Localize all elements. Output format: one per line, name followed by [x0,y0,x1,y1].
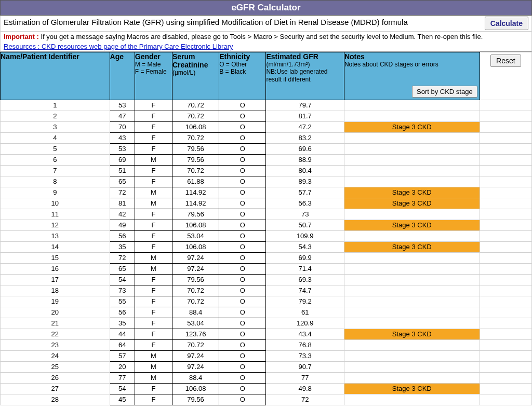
cell-creatinine[interactable]: 97.24 [172,264,219,275]
cell-creatinine[interactable]: 70.72 [172,340,219,351]
cell-id[interactable]: 6 [1,155,110,166]
cell-age[interactable]: 65 [110,176,135,187]
cell-ethnicity[interactable]: O [219,373,266,384]
cell-age[interactable]: 57 [110,351,135,362]
cell-id[interactable]: 16 [1,264,110,275]
cell-gender[interactable]: F [135,275,172,285]
cell-creatinine[interactable]: 79.56 [172,155,219,166]
cell-creatinine[interactable]: 114.92 [172,198,219,209]
cell-gender[interactable]: F [135,329,172,340]
cell-gender[interactable]: F [135,394,172,405]
cell-ethnicity[interactable]: O [219,231,266,242]
cell-id[interactable]: 27 [1,384,110,394]
cell-id[interactable]: 3 [1,122,110,133]
cell-creatinine[interactable]: 79.56 [172,394,219,405]
cell-gfr[interactable]: 54.3 [266,242,344,253]
cell-creatinine[interactable]: 53.04 [172,318,219,329]
cell-id[interactable]: 8 [1,176,110,187]
cell-gender[interactable]: F [135,122,172,133]
cell-age[interactable]: 42 [110,209,135,220]
cell-notes[interactable] [344,307,480,318]
cell-ethnicity[interactable]: O [219,187,266,198]
cell-gfr[interactable]: 90.7 [266,362,344,373]
cell-gfr[interactable]: 88.9 [266,155,344,166]
cell-gfr[interactable]: 56.3 [266,198,344,209]
cell-notes[interactable] [344,373,480,384]
cell-ethnicity[interactable]: O [219,111,266,122]
cell-id[interactable]: 12 [1,220,110,231]
cell-age[interactable]: 65 [110,264,135,275]
cell-ethnicity[interactable]: O [219,242,266,253]
cell-ethnicity[interactable]: O [219,220,266,231]
cell-id[interactable]: 11 [1,209,110,220]
cell-gfr[interactable]: 73 [266,209,344,220]
cell-age[interactable]: 49 [110,220,135,231]
cell-creatinine[interactable]: 53.04 [172,231,219,242]
cell-creatinine[interactable]: 70.72 [172,111,219,122]
cell-id[interactable]: 28 [1,394,110,405]
cell-age[interactable]: 54 [110,384,135,394]
cell-gender[interactable]: M [135,373,172,384]
cell-notes[interactable] [344,209,480,220]
cell-age[interactable]: 44 [110,329,135,340]
cell-age[interactable]: 20 [110,362,135,373]
cell-notes[interactable] [344,394,480,405]
cell-age[interactable]: 72 [110,187,135,198]
cell-age[interactable]: 45 [110,394,135,405]
cell-creatinine[interactable]: 97.24 [172,253,219,264]
cell-age[interactable]: 55 [110,296,135,307]
cell-notes[interactable]: Stage 3 CKD [344,220,480,231]
cell-age[interactable]: 53 [110,100,135,111]
cell-ethnicity[interactable]: O [219,351,266,362]
cell-gender[interactable]: M [135,187,172,198]
cell-gfr[interactable]: 43.4 [266,329,344,340]
cell-creatinine[interactable]: 106.08 [172,242,219,253]
cell-gfr[interactable]: 69.9 [266,253,344,264]
cell-notes[interactable] [344,362,480,373]
cell-gender[interactable]: F [135,209,172,220]
cell-age[interactable]: 70 [110,122,135,133]
cell-notes[interactable]: Stage 3 CKD [344,242,480,253]
cell-age[interactable]: 47 [110,111,135,122]
sort-by-ckd-stage-button[interactable]: Sort by CKD stage [412,86,477,98]
cell-id[interactable]: 13 [1,231,110,242]
cell-ethnicity[interactable]: O [219,176,266,187]
cell-age[interactable]: 73 [110,285,135,296]
cell-gfr[interactable]: 120.9 [266,318,344,329]
cell-gender[interactable]: M [135,362,172,373]
cell-gender[interactable]: M [135,253,172,264]
cell-gender[interactable]: F [135,231,172,242]
cell-notes[interactable] [344,133,480,144]
cell-creatinine[interactable]: 79.56 [172,209,219,220]
cell-id[interactable]: 22 [1,329,110,340]
cell-ethnicity[interactable]: O [219,329,266,340]
cell-notes[interactable] [344,111,480,122]
cell-gfr[interactable]: 73.3 [266,351,344,362]
cell-notes[interactable] [344,253,480,264]
cell-id[interactable]: 17 [1,275,110,285]
cell-gender[interactable]: F [135,176,172,187]
cell-creatinine[interactable]: 70.72 [172,285,219,296]
cell-age[interactable]: 77 [110,373,135,384]
cell-notes[interactable] [344,318,480,329]
cell-ethnicity[interactable]: O [219,307,266,318]
cell-id[interactable]: 5 [1,144,110,155]
cell-id[interactable]: 7 [1,166,110,176]
cell-creatinine[interactable]: 123.76 [172,329,219,340]
cell-creatinine[interactable]: 79.56 [172,144,219,155]
cell-gfr[interactable]: 50.7 [266,220,344,231]
cell-age[interactable]: 51 [110,166,135,176]
cell-ethnicity[interactable]: O [219,100,266,111]
cell-age[interactable]: 56 [110,231,135,242]
cell-id[interactable]: 10 [1,198,110,209]
cell-id[interactable]: 15 [1,253,110,264]
cell-notes[interactable] [344,176,480,187]
cell-age[interactable]: 35 [110,242,135,253]
cell-ethnicity[interactable]: O [219,362,266,373]
resources-link[interactable]: Resources : CKD resources web page of th… [0,42,532,52]
cell-creatinine[interactable]: 97.24 [172,362,219,373]
cell-notes[interactable]: Stage 3 CKD [344,187,480,198]
cell-gender[interactable]: F [135,220,172,231]
cell-notes[interactable]: Stage 3 CKD [344,384,480,394]
cell-gender[interactable]: M [135,155,172,166]
